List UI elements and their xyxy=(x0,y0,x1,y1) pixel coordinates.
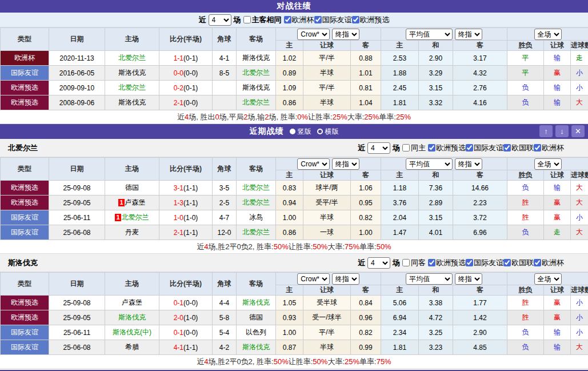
competition-checkbox[interactable] xyxy=(503,259,511,266)
bookmaker-select[interactable]: Crow* xyxy=(297,273,330,285)
result-handicap: 赢 xyxy=(544,196,571,210)
competition-checkbox[interactable] xyxy=(428,144,435,151)
close-button[interactable]: ✕ xyxy=(571,125,585,137)
move-up-button[interactable]: ↑ xyxy=(539,125,553,137)
col-header-corner: 角球 xyxy=(213,273,237,296)
halftime-score: (1-0) xyxy=(183,314,198,322)
scope-select[interactable]: 全场 xyxy=(534,273,562,285)
competition-checkbox-label[interactable]: 欧国联 xyxy=(503,258,534,268)
corner-score: 5-4 xyxy=(213,325,237,340)
average-select[interactable]: 平均值 xyxy=(406,273,453,285)
bookmaker-select[interactable]: Crow* xyxy=(297,158,330,170)
avg-away: 1.77 xyxy=(453,296,507,310)
same-home-checkbox[interactable] xyxy=(402,144,410,151)
competition-checkbox[interactable] xyxy=(284,16,291,23)
final-odds-select-2[interactable]: 终指 xyxy=(455,29,482,40)
home-team-cell: 卢森堡 xyxy=(105,296,159,310)
competition-checkbox-label[interactable]: 欧洲预选 xyxy=(428,258,466,268)
recent-games-select[interactable]: 4 xyxy=(209,14,231,26)
competition-checkbox-label[interactable]: 国际友谊 xyxy=(314,15,352,25)
halftime-score: (0-0) xyxy=(183,299,198,307)
halftime-score: (1-1) xyxy=(183,184,198,192)
avg-away: 4.85 xyxy=(453,340,507,355)
match-type-badge: 欧洲预选 xyxy=(1,196,49,210)
final-odds-select-2[interactable]: 终指 xyxy=(455,273,482,285)
summary-text: 场, 胜率: xyxy=(269,112,297,122)
competition-checkbox[interactable] xyxy=(466,259,473,266)
competition-checkbox-label[interactable]: 欧洲杯 xyxy=(534,143,564,153)
final-odds-select[interactable]: 终指 xyxy=(332,158,359,170)
radio-unselected-icon[interactable] xyxy=(317,129,323,134)
result-winlose: 胜 xyxy=(507,310,544,325)
bookmaker-select[interactable]: Crow* xyxy=(297,29,330,40)
teamA-filter-group: 近 4 场 同主 欧洲预选国际友谊欧国联欧洲杯 xyxy=(358,142,564,154)
home-team-cell: 德国 xyxy=(105,181,159,196)
final-odds-select[interactable]: 终指 xyxy=(332,273,359,285)
same-away-checkbox-label[interactable]: 同客 xyxy=(402,258,426,268)
competition-checkbox[interactable] xyxy=(503,144,511,151)
same-home-checkbox-label[interactable]: 同主 xyxy=(402,143,426,153)
competition-checkbox-label[interactable]: 欧洲预选 xyxy=(428,143,466,153)
competition-checkbox[interactable] xyxy=(534,144,541,151)
competition-checkbox[interactable] xyxy=(428,259,435,266)
average-select[interactable]: 平均值 xyxy=(406,158,453,170)
move-down-button[interactable]: ↓ xyxy=(555,125,569,137)
col-header-home: 主场 xyxy=(105,273,159,296)
competition-checkbox-label[interactable]: 欧洲杯 xyxy=(534,258,564,268)
competition-checkbox-label[interactable]: 国际友谊 xyxy=(466,258,503,268)
col-header-odds-handicap: 让球 xyxy=(303,170,351,181)
result-winlose: 负 xyxy=(507,81,544,95)
summary-text: 近 xyxy=(197,242,204,252)
competition-checkbox[interactable] xyxy=(534,259,541,266)
odds-away: 0.88 xyxy=(351,51,381,66)
teamB-recent-games-select[interactable]: 4 xyxy=(367,257,390,269)
competition-checkbox-label[interactable]: 国际友谊 xyxy=(466,143,503,153)
avg-away: 4.32 xyxy=(453,66,507,81)
fulltime-score: 0-1 xyxy=(174,299,183,307)
competition-checkbox[interactable] xyxy=(352,16,359,23)
average-select[interactable]: 平均值 xyxy=(406,29,453,40)
result-goals: 大 xyxy=(571,95,588,110)
h2h-summary: 近 4 场, 胜出 0 场,平局 2 场,输 2 场, 胜率: 0% 让胜率: … xyxy=(0,110,588,124)
halftime-score: (0-0) xyxy=(183,329,198,337)
games-label: 场 xyxy=(234,15,241,25)
scope-select[interactable]: 全场 xyxy=(534,158,562,170)
final-odds-select-2[interactable]: 终指 xyxy=(455,158,482,170)
same-home-away-checkbox[interactable] xyxy=(243,16,251,23)
odds-home: 1.00 xyxy=(276,325,303,340)
final-odds-select[interactable]: 终指 xyxy=(332,29,359,40)
teamB-name: 斯洛伐克 xyxy=(8,258,38,268)
summary-text: 25% xyxy=(396,113,411,121)
avg-away: 6.96 xyxy=(453,225,507,240)
odds-handicap: 平/半 xyxy=(303,325,351,340)
home-team-name: 斯洛伐克 xyxy=(118,69,146,77)
scope-select[interactable]: 全场 xyxy=(534,29,562,40)
odds-handicap: 半球 xyxy=(303,210,351,225)
vertical-layout-radio[interactable]: 竖版 xyxy=(290,127,311,137)
summary-text: 25% xyxy=(345,357,359,366)
competition-checkbox-label[interactable]: 欧洲预选 xyxy=(352,15,390,25)
horizontal-layout-radio[interactable]: 横版 xyxy=(317,127,339,137)
col-header-home: 主场 xyxy=(105,28,159,51)
result-handicap: 赢 xyxy=(544,296,571,310)
fulltime-score: 0-1 xyxy=(174,329,183,337)
avg-home: 5.06 xyxy=(381,296,419,310)
col-header-result: 胜负 xyxy=(507,285,544,296)
summary-text: 4 xyxy=(204,357,208,366)
summary-text: 大率: xyxy=(327,242,345,252)
competition-checkbox-label[interactable]: 欧洲杯 xyxy=(284,15,314,25)
result-handicap: 输 xyxy=(544,95,571,110)
same-home-away-checkbox-label[interactable]: 主客相同 xyxy=(243,15,282,25)
summary-text: 场,输 xyxy=(248,112,265,122)
competition-checkbox-label[interactable]: 欧国联 xyxy=(503,143,534,153)
odds-home: 0.83 xyxy=(276,181,303,196)
competition-checkbox[interactable] xyxy=(314,16,322,23)
col-header-odds-away: 客 xyxy=(351,285,381,296)
matches-tbody: 欧洲预选25-09-08德国3-1(1-1)3-5北爱尔兰0.83球半/两1.0… xyxy=(1,181,588,240)
home-team-cell: 斯洛伐克 xyxy=(105,310,159,325)
same-away-checkbox[interactable] xyxy=(402,259,410,266)
teamA-recent-games-select[interactable]: 4 xyxy=(367,142,390,154)
radio-selected-icon[interactable] xyxy=(290,129,295,134)
competition-checkbox[interactable] xyxy=(466,144,473,151)
summary-text: 场,胜2平0负2, 胜率: xyxy=(209,357,274,367)
